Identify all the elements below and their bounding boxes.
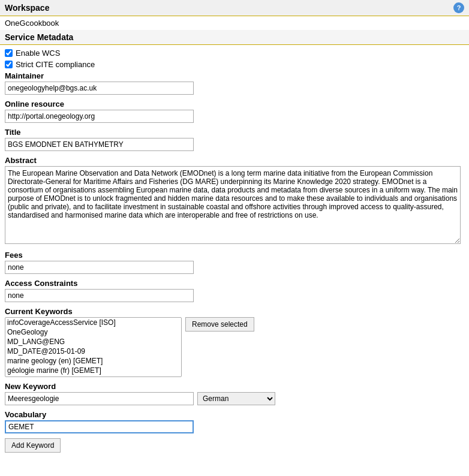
abstract-group: Abstract The European Marine Observation… [5,156,464,246]
workspace-header: Workspace ? [0,0,469,16]
enable-wcs-label: Enable WCS [16,49,60,58]
workspace-title: Workspace [5,3,49,13]
maintainer-label: Maintainer [5,71,464,80]
maintainer-group: Maintainer [5,71,464,95]
keywords-section: Current Keywords infoCoverageAccessServi… [5,307,464,377]
keywords-label: Current Keywords [5,307,464,316]
service-metadata-header: Service Metadata [0,30,469,45]
title-label: Title [5,128,464,137]
enable-wcs-checkbox[interactable] [5,49,13,57]
online-resource-group: Online resource [5,100,464,123]
strict-cite-checkbox[interactable] [5,61,13,68]
add-keyword-button[interactable]: Add Keyword [5,438,61,453]
vocabulary-label: Vocabulary [5,410,464,419]
fees-group: Fees [5,251,464,274]
strict-cite-label: Strict CITE compliance [16,60,95,69]
fees-label: Fees [5,251,464,260]
access-constraints-group: Access Constraints [5,279,464,302]
language-select[interactable]: GermanEnglishFrenchSpanish [197,392,275,405]
vocabulary-input[interactable] [5,420,194,433]
fees-input[interactable] [5,261,194,274]
keywords-list[interactable]: infoCoverageAccessService [ISO]OneGeolog… [5,317,182,377]
vocabulary-group: Vocabulary [5,410,464,433]
new-keyword-label: New Keyword [5,382,464,391]
access-constraints-input[interactable] [5,289,194,302]
maintainer-input[interactable] [5,82,194,95]
title-group: Title [5,128,464,151]
new-keyword-input[interactable] [5,392,194,405]
keywords-container: infoCoverageAccessService [ISO]OneGeolog… [5,317,464,377]
online-resource-label: Online resource [5,100,464,109]
online-resource-input[interactable] [5,110,194,123]
help-icon[interactable]: ? [453,2,464,13]
content-area: Enable WCS Strict CITE compliance Mainta… [0,45,469,456]
new-keyword-group: New Keyword GermanEnglishFrenchSpanish [5,382,464,405]
title-input[interactable] [5,138,194,151]
strict-cite-row: Strict CITE compliance [5,60,464,69]
access-constraints-label: Access Constraints [5,279,464,288]
abstract-label: Abstract [5,156,464,165]
new-keyword-row: GermanEnglishFrenchSpanish [5,392,464,405]
workspace-name: OneGcookbook [0,16,469,30]
remove-selected-button[interactable]: Remove selected [185,317,254,332]
abstract-textarea[interactable]: The European Marine Observation and Data… [5,166,461,244]
enable-wcs-row: Enable WCS [5,49,464,58]
